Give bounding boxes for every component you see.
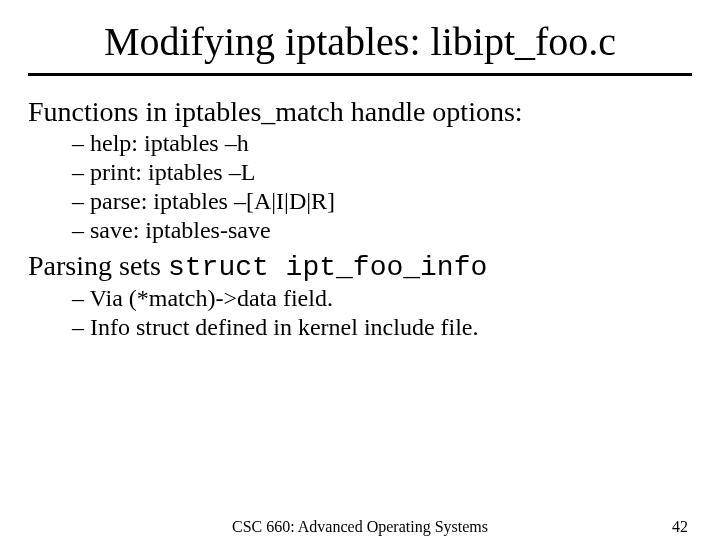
- page-number: 42: [672, 518, 688, 536]
- slide-body: Functions in iptables_match handle optio…: [0, 96, 720, 341]
- bullet-print: print: iptables –L: [28, 159, 692, 186]
- bullet-info-struct: Info struct defined in kernel include fi…: [28, 314, 692, 341]
- bullet-save: save: iptables-save: [28, 217, 692, 244]
- bullet-parse: parse: iptables –[A|I|D|R]: [28, 188, 692, 215]
- body-line-parsing: Parsing sets struct ipt_foo_info: [28, 250, 692, 283]
- title-rule: [28, 73, 692, 76]
- code-struct: struct ipt_foo_info: [168, 252, 487, 283]
- bullet-via-match: Via (*match)->data field.: [28, 285, 692, 312]
- text-parsing-sets: Parsing sets: [28, 250, 168, 281]
- slide-title: Modifying iptables: libipt_foo.c: [0, 0, 720, 73]
- footer-course: CSC 660: Advanced Operating Systems: [0, 518, 720, 536]
- body-line-functions: Functions in iptables_match handle optio…: [28, 96, 692, 128]
- slide: Modifying iptables: libipt_foo.c Functio…: [0, 0, 720, 540]
- bullet-help: help: iptables –h: [28, 130, 692, 157]
